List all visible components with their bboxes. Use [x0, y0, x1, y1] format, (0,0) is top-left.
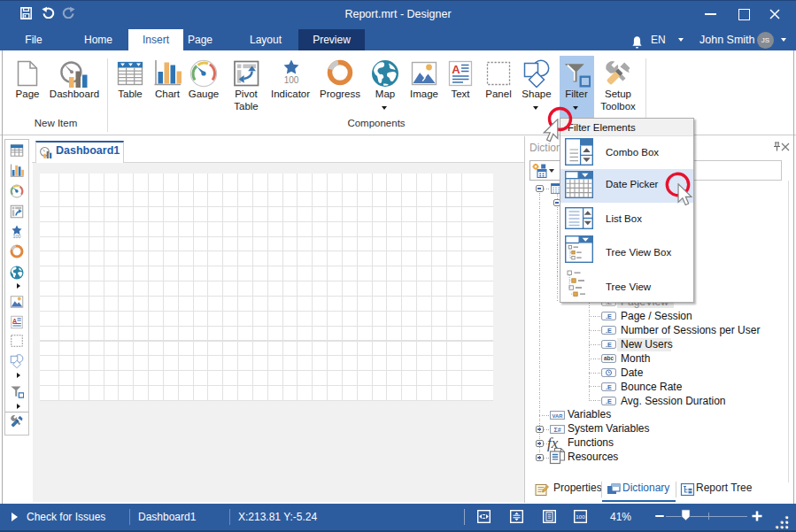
svg-text:100: 100 — [576, 513, 585, 519]
svg-text:.E: .E — [606, 341, 612, 349]
svg-text:.E: .E — [606, 312, 612, 320]
svg-text:.E: .E — [606, 397, 612, 405]
svg-text:Σ#: Σ# — [553, 427, 560, 433]
svg-text:A: A — [12, 318, 17, 324]
svg-text:100: 100 — [284, 75, 299, 85]
svg-text:100: 100 — [12, 234, 20, 239]
svg-text:VAR: VAR — [553, 413, 564, 419]
svg-text:abc: abc — [604, 355, 614, 361]
svg-text:.E: .E — [606, 327, 612, 335]
svg-text:.E: .E — [606, 382, 612, 390]
svg-text:A: A — [452, 63, 460, 76]
